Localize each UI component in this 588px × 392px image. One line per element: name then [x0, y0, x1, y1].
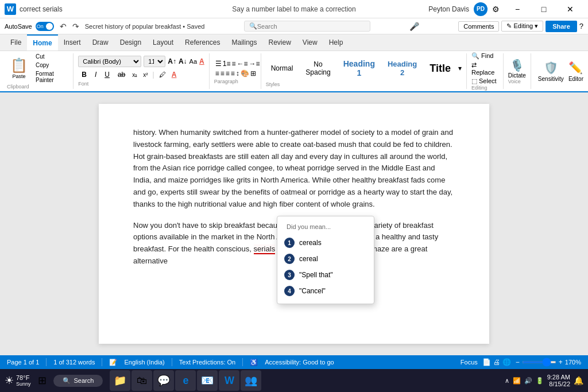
style-heading2-button[interactable]: Heading 2 [382, 57, 422, 80]
paste-button[interactable]: 📋 Paste [7, 56, 31, 80]
taskbar-search[interactable]: 🔍 Search [53, 375, 103, 387]
suggestion-item-4[interactable]: 4 "Cancel" [277, 283, 374, 299]
align-left-button[interactable]: ≡ [215, 69, 219, 77]
suggestion-num-4: 4 [284, 286, 295, 296]
style-no-spacing-button[interactable]: No Spacing [300, 57, 335, 79]
mic-button[interactable]: 🎤 [409, 22, 419, 31]
align-center-button[interactable]: ≡ [220, 69, 225, 77]
styles-more-button[interactable]: ▾ [458, 64, 462, 72]
search-area[interactable]: 🔍 [244, 21, 370, 32]
time-date[interactable]: 9:28 AM 8/15/22 [547, 374, 570, 387]
indent-increase-button[interactable]: →≡ [249, 60, 260, 68]
editor-section: ✏️ Editor [568, 61, 583, 82]
underline-button[interactable]: U [101, 69, 113, 80]
grow-font-button[interactable]: A↑ [168, 57, 176, 65]
bold-button[interactable]: B [78, 69, 90, 80]
web-view-button[interactable]: 🌐 [502, 358, 511, 366]
maximize-button[interactable]: □ [531, 0, 557, 18]
tab-references[interactable]: References [179, 34, 226, 51]
tab-layout[interactable]: Layout [147, 34, 179, 51]
zoom-range-input[interactable] [522, 361, 556, 363]
suggestion-num-1: 1 [284, 238, 295, 248]
close-button[interactable]: ✕ [557, 0, 583, 18]
comments-button[interactable]: Comments [458, 21, 499, 32]
taskbar-teams-button[interactable]: 💬 [153, 370, 174, 391]
taskbar-people-button[interactable]: 👥 [241, 370, 261, 391]
multilevel-button[interactable]: ≡ [231, 60, 235, 68]
taskbar: ☀ 78°F Sunny ⊞ 🔍 Search 📁 🛍 💬 e 📧 W 👥 ∧ … [0, 369, 588, 392]
help-icon-button[interactable]: ? [579, 22, 583, 30]
read-view-button[interactable]: 📄 [482, 358, 491, 366]
autosave-toggle[interactable]: On [36, 22, 54, 31]
focus-button[interactable]: Focus [461, 359, 478, 366]
format-painter-button[interactable]: Format Painter [33, 70, 68, 84]
font-name-select[interactable]: Calibri (Body) [78, 56, 141, 67]
editor-button[interactable]: ✏️ [568, 61, 583, 75]
undo-button[interactable]: ↶ [57, 21, 69, 32]
suggestion-item-2[interactable]: 2 cereal [277, 251, 374, 267]
taskbar-word-button[interactable]: W [219, 370, 239, 391]
tab-view[interactable]: View [297, 34, 323, 51]
editing-section-label: Editing [471, 85, 488, 91]
shading-button[interactable]: 🎨 [241, 69, 249, 77]
view-buttons: 📄 🖨 🌐 [482, 358, 511, 366]
tab-file[interactable]: File [5, 34, 27, 51]
page-info: Page 1 of 1 [7, 359, 39, 366]
find-button[interactable]: 🔍 Find [471, 52, 498, 60]
tab-home[interactable]: Home [27, 34, 57, 51]
notification-button[interactable]: 🔔 [574, 376, 583, 385]
tab-draw[interactable]: Draw [87, 34, 114, 51]
cut-button[interactable]: Cut [33, 53, 68, 60]
taskbar-explorer-button[interactable]: 📁 [110, 370, 130, 391]
borders-button[interactable]: ⊞ [250, 69, 256, 77]
minimize-button[interactable]: − [504, 0, 531, 18]
strikethrough-button[interactable]: ab [114, 69, 129, 80]
font-size-select[interactable]: 11 [144, 56, 165, 67]
style-heading1-button[interactable]: Heading 1 [338, 56, 380, 80]
file-name: Secret history of popular breakfast • Sa… [85, 23, 205, 30]
justify-button[interactable]: ≡ [231, 69, 235, 77]
indent-decrease-button[interactable]: ←≡ [237, 60, 247, 68]
search-input[interactable] [257, 23, 365, 30]
superscript-button[interactable]: x² [141, 71, 150, 79]
numbering-button[interactable]: 1≡ [223, 60, 231, 68]
taskbar-outlook-button[interactable]: 📧 [197, 370, 218, 391]
zoom-level: 170% [565, 359, 581, 366]
tab-mailings[interactable]: Mailings [226, 34, 262, 51]
tab-help[interactable]: Help [323, 34, 349, 51]
change-case-button[interactable]: Aa [189, 58, 197, 65]
sensitivity-button[interactable]: 🛡️ [544, 61, 558, 75]
zoom-slider[interactable]: − + 170% [516, 358, 581, 366]
shrink-font-button[interactable]: A↓ [179, 57, 187, 65]
suggestion-item-3[interactable]: 3 "Spell that" [277, 267, 374, 283]
bullets-button[interactable]: ☰ [215, 60, 222, 68]
redo-button[interactable]: ↷ [70, 21, 82, 32]
settings-button[interactable]: ⚙ [492, 5, 500, 14]
style-title-button[interactable]: Title [424, 60, 456, 77]
start-button[interactable]: ⊞ [33, 372, 51, 389]
taskbar-edge-button[interactable]: e [175, 370, 196, 391]
select-button[interactable]: ⬚ Select [471, 77, 498, 85]
tab-design[interactable]: Design [114, 34, 147, 51]
italic-button[interactable]: I [91, 69, 100, 80]
editing-dropdown[interactable]: ✎ Editing ▾ [501, 21, 543, 32]
replace-button[interactable]: ⇄ Replace [471, 61, 498, 76]
dictate-button[interactable]: 🎙️ [510, 59, 524, 72]
show-hidden-icons-button[interactable]: ∧ [505, 377, 509, 385]
suggestion-item-1[interactable]: 1 cereals [277, 235, 374, 251]
subscript-button[interactable]: x₂ [130, 71, 140, 79]
tab-insert[interactable]: Insert [58, 34, 87, 51]
align-right-button[interactable]: ≡ [226, 69, 230, 77]
text-highlight-button[interactable]: 🖊 [157, 70, 168, 79]
copy-button[interactable]: Copy [33, 61, 68, 69]
print-view-button[interactable]: 🖨 [493, 358, 500, 366]
status-divider-2 [102, 358, 102, 366]
tab-review[interactable]: Review [263, 34, 297, 51]
taskbar-store-button[interactable]: 🛍 [131, 370, 152, 391]
network-icon: 📶 [513, 377, 521, 385]
share-button[interactable]: Share [546, 21, 577, 32]
style-normal-button[interactable]: Normal [266, 61, 299, 75]
line-spacing-button[interactable]: ↕ [236, 69, 239, 77]
font-color-button[interactable]: A [169, 70, 179, 79]
clear-format-button[interactable]: A [199, 57, 204, 65]
